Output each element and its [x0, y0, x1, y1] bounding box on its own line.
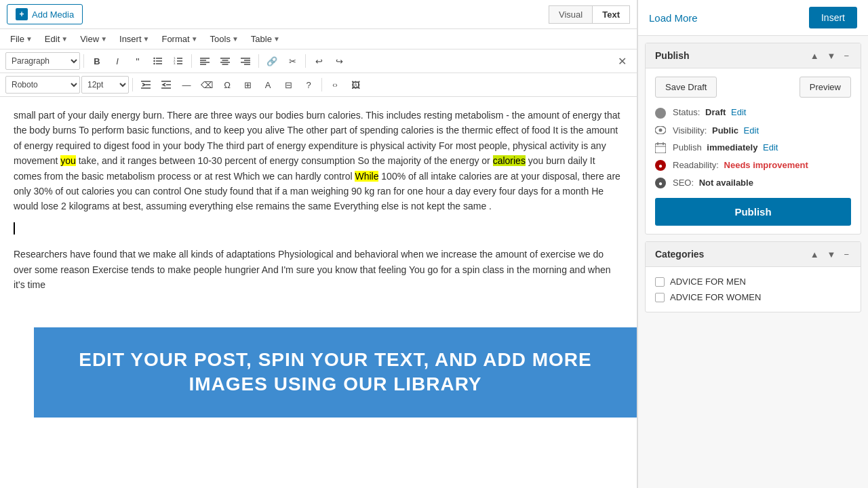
list-style-button[interactable]: ⊞: [238, 76, 257, 94]
readability-value: Needs improvement: [724, 160, 808, 170]
format-toolbar-row2: Roboto 12pt — ⌫ Ω ⊞ A ⊟ ? ‹› 🖼: [0, 73, 637, 97]
publish-panel-header[interactable]: Publish ▲ ▼ −: [646, 43, 861, 68]
calendar-icon: [655, 142, 666, 153]
insert-button[interactable]: Insert: [809, 7, 857, 28]
publish-timing-row: Publish immediately Edit: [655, 142, 851, 153]
content-paragraph-1: small part of your daily energy burn. Th…: [14, 108, 623, 214]
seo-value: Not available: [699, 178, 753, 188]
menu-table[interactable]: Table ▼: [246, 32, 285, 46]
menu-insert[interactable]: Insert ▼: [115, 32, 154, 46]
ordered-list-button[interactable]: 1.2.3.: [169, 52, 188, 70]
categories-panel-down[interactable]: ▼: [825, 249, 838, 260]
indent-button[interactable]: [136, 76, 155, 94]
categories-panel-body: ADVICE FOR MEN ADVICE FOR WOMEN: [646, 267, 861, 312]
paragraph-select[interactable]: Paragraph: [5, 52, 80, 70]
menu-file[interactable]: File ▼: [5, 32, 37, 46]
clear-format-button[interactable]: ⌫: [197, 76, 216, 94]
publish-button[interactable]: Publish: [655, 198, 851, 226]
editor-area: + Add Media Visual Text File ▼ Edit ▼ Vi…: [0, 0, 637, 488]
visual-tab[interactable]: Visual: [549, 5, 593, 24]
highlight-while: While: [355, 171, 378, 182]
undo-button[interactable]: ↩: [309, 52, 328, 70]
bold-button[interactable]: B: [87, 52, 106, 70]
outdent-button[interactable]: [157, 76, 176, 94]
font-select[interactable]: Roboto: [5, 76, 80, 94]
highlight-you: you: [60, 155, 76, 166]
align-right-button[interactable]: [236, 52, 255, 70]
divider: [321, 78, 322, 92]
chevron-down-icon: ▼: [143, 35, 150, 43]
visibility-edit-link[interactable]: Edit: [744, 125, 759, 136]
visibility-label: Visibility: Public Edit: [673, 125, 759, 136]
svg-point-6: [153, 60, 155, 62]
blockquote-button[interactable]: ": [128, 52, 147, 70]
readability-row: ● Readability: Needs improvement: [655, 160, 851, 171]
svg-rect-34: [655, 144, 666, 153]
align-left-button[interactable]: [195, 52, 214, 70]
promo-overlay: EDIT YOUR POST, SPIN YOUR TEXT, AND ADD …: [34, 327, 637, 418]
content-paragraph-2: Researchers have found that we make all …: [14, 247, 623, 292]
publish-panel-collapse[interactable]: −: [842, 51, 851, 61]
editor-content[interactable]: small part of your daily energy burn. Th…: [0, 97, 637, 488]
font-size-select[interactable]: 12pt: [81, 76, 129, 94]
publish-timing-edit-link[interactable]: Edit: [763, 142, 778, 152]
toolbar-top: + Add Media Visual Text: [0, 0, 637, 29]
highlight-calories: calories: [493, 155, 526, 166]
special-chars-button[interactable]: Ω: [218, 76, 237, 94]
visibility-value: Public: [712, 125, 738, 136]
format-toolbar-row1: Paragraph B I " 1.2.3. 🔗 ✂ ↩ ↪ ✕: [0, 49, 637, 73]
categories-panel-up[interactable]: ▲: [808, 249, 821, 260]
seo-icon: ●: [655, 178, 666, 188]
category-checkbox-men[interactable]: [655, 277, 665, 287]
load-more-button[interactable]: Load More: [649, 12, 698, 24]
category-item-men: ADVICE FOR MEN: [655, 274, 851, 289]
publish-panel: Publish ▲ ▼ − Save Draft Preview Status: [645, 43, 861, 235]
empty-paragraph[interactable]: [14, 222, 623, 239]
link-button[interactable]: 🔗: [262, 52, 281, 70]
preview-button[interactable]: Preview: [800, 77, 851, 98]
code-view-button[interactable]: ‹›: [326, 76, 344, 94]
categories-panel-header[interactable]: Categories ▲ ▼ −: [646, 242, 861, 267]
close-toolbar-button[interactable]: ✕: [612, 52, 631, 70]
text-tab[interactable]: Text: [593, 5, 630, 24]
menu-format[interactable]: Format ▼: [157, 32, 202, 46]
svg-point-33: [659, 129, 663, 132]
sidebar: Load More Insert Publish ▲ ▼ − Save Draf…: [637, 0, 868, 488]
divider: [305, 54, 306, 68]
publish-timing-label: Publish immediately Edit: [673, 142, 778, 152]
visual-text-tabs: Visual Text: [549, 5, 630, 24]
readability-icon: ●: [655, 160, 666, 171]
table-button[interactable]: ⊟: [279, 76, 298, 94]
font-color-button[interactable]: A: [258, 76, 277, 94]
unlink-button[interactable]: ✂: [283, 52, 302, 70]
align-center-button[interactable]: [216, 52, 235, 70]
svg-point-7: [153, 63, 155, 64]
help-button[interactable]: ?: [299, 76, 318, 94]
menu-bar: File ▼ Edit ▼ View ▼ Insert ▼ Format ▼ T…: [0, 29, 637, 49]
bullet-list-button[interactable]: [149, 52, 167, 70]
divider: [83, 54, 84, 68]
status-row: Status: Draft Edit: [655, 107, 851, 119]
status-icon: [655, 108, 666, 119]
save-draft-button[interactable]: Save Draft: [655, 77, 717, 98]
italic-button[interactable]: I: [108, 52, 127, 70]
category-label-women: ADVICE FOR WOMEN: [670, 292, 761, 302]
add-media-button[interactable]: + Add Media: [7, 4, 83, 24]
status-value: Draft: [705, 107, 726, 117]
publish-panel-down[interactable]: ▼: [825, 51, 838, 61]
menu-edit[interactable]: Edit ▼: [40, 32, 73, 46]
menu-tools[interactable]: Tools ▼: [205, 32, 243, 46]
seo-label-text: SEO: Not available: [673, 178, 753, 188]
seo-row: ● SEO: Not available: [655, 178, 851, 188]
redo-button[interactable]: ↪: [330, 52, 349, 70]
category-checkbox-women[interactable]: [655, 293, 665, 302]
menu-view[interactable]: View ▼: [75, 32, 112, 46]
publish-panel-up[interactable]: ▲: [808, 51, 821, 61]
image-button[interactable]: 🖼: [346, 76, 365, 94]
chevron-down-icon: ▼: [100, 35, 107, 43]
hr-button[interactable]: —: [177, 76, 196, 94]
svg-text:3.: 3.: [174, 62, 176, 65]
svg-point-5: [153, 58, 155, 59]
categories-panel-collapse[interactable]: −: [842, 249, 851, 260]
status-edit-link[interactable]: Edit: [731, 107, 746, 117]
